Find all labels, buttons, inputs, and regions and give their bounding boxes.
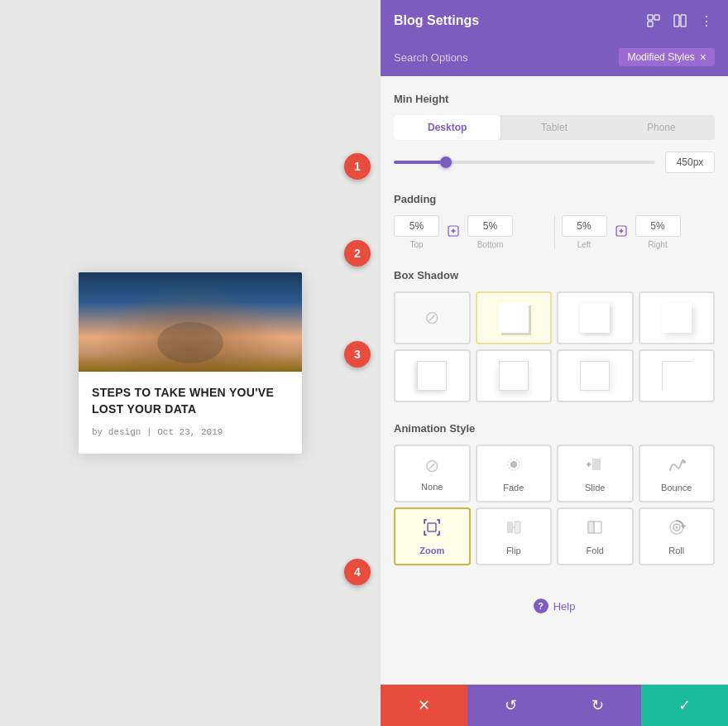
svg-rect-3 (674, 15, 679, 26)
svg-rect-0 (648, 15, 653, 20)
settings-panel: Blog Settings ⋮ Search Options Modified (381, 0, 728, 726)
shadow-none-icon: ⊘ (424, 307, 439, 329)
save-button[interactable]: ✓ (641, 685, 728, 726)
shadow-box-5 (499, 361, 529, 391)
padding-right-label: Right (648, 240, 667, 249)
padding-link-left-icon[interactable] (444, 225, 462, 239)
anim-option-zoom[interactable]: Zoom (394, 507, 471, 565)
min-height-value[interactable]: 450px (665, 151, 715, 173)
padding-right-group: 5% Left 5% Right (562, 215, 716, 249)
expand-icon[interactable] (645, 12, 662, 29)
badge-close-icon[interactable]: × (700, 51, 706, 63)
panel-footer: ✕ ↺ ↻ ✓ (381, 685, 728, 726)
padding-row: 5% Top 5% Bottom (394, 215, 715, 249)
shadow-box-2 (580, 303, 610, 333)
redo-button[interactable]: ↻ (554, 685, 641, 726)
step-badge-4: 4 (344, 559, 371, 585)
padding-right-cell: 5% Right (635, 215, 681, 249)
shadow-box-7 (662, 361, 692, 391)
anim-option-roll[interactable]: Roll (639, 507, 716, 565)
search-bar: Search Options Modified Styles × (381, 41, 728, 76)
panel-header-icons: ⋮ (645, 12, 715, 29)
shadow-grid: ⊘ (394, 291, 715, 402)
anim-option-fold[interactable]: Fold (557, 507, 634, 565)
bounce-icon (668, 455, 686, 478)
none-icon: ⊘ (424, 455, 439, 477)
anim-option-bounce[interactable]: Bounce (639, 445, 716, 502)
padding-left-value[interactable]: 5% (562, 215, 607, 237)
anim-option-none[interactable]: ⊘ None (394, 445, 471, 502)
tab-tablet[interactable]: Tablet (500, 115, 607, 140)
cancel-button[interactable]: ✕ (381, 685, 467, 726)
undo-button[interactable]: ↺ (467, 685, 554, 726)
tab-desktop[interactable]: Desktop (394, 115, 500, 140)
svg-rect-10 (592, 459, 601, 470)
padding-top-cell: 5% Top (394, 215, 439, 249)
step-badge-1: 1 (344, 153, 371, 180)
blog-card-body: STEPS TO TAKE WHEN YOU'VE LOST YOUR DATA… (79, 372, 302, 454)
slider-fill (394, 161, 446, 164)
blog-card: STEPS TO TAKE WHEN YOU'VE LOST YOUR DATA… (79, 272, 302, 454)
svg-point-11 (682, 460, 686, 464)
shadow-option-1[interactable] (476, 291, 553, 344)
svg-rect-12 (428, 523, 436, 531)
min-height-label: Min Height (394, 93, 715, 105)
panel-content[interactable]: Min Height Desktop Tablet Phone 450px Pa… (381, 76, 728, 685)
shadow-option-3[interactable] (639, 291, 716, 344)
padding-link-right-icon[interactable] (612, 225, 630, 239)
shadow-option-4[interactable] (394, 349, 471, 402)
anim-option-slide[interactable]: Slide (557, 445, 634, 502)
shadow-box-1 (499, 303, 529, 333)
anim-option-fade[interactable]: Fade (476, 445, 553, 502)
help-icon: ? (534, 599, 548, 613)
search-input[interactable]: Search Options (394, 51, 619, 64)
shadow-option-2[interactable] (557, 291, 634, 344)
padding-right-value[interactable]: 5% (635, 215, 681, 237)
min-height-slider[interactable] (394, 161, 655, 164)
slide-icon (586, 455, 604, 478)
svg-rect-16 (588, 522, 594, 533)
box-shadow-label: Box Shadow (394, 269, 715, 281)
padding-label: Padding (394, 193, 715, 205)
min-height-slider-row: 450px (394, 151, 715, 173)
anim-option-flip[interactable]: Flip (476, 507, 553, 565)
none-label: None (421, 482, 443, 492)
shadow-option-5[interactable] (476, 349, 553, 402)
fold-icon (586, 518, 604, 541)
slider-thumb[interactable] (440, 156, 452, 168)
padding-left-cell: 5% Left (562, 215, 607, 249)
zoom-label: Zoom (419, 546, 444, 555)
more-icon[interactable]: ⋮ (698, 12, 715, 29)
roll-icon (668, 518, 686, 541)
padding-bottom-cell: 5% Bottom (467, 215, 513, 249)
svg-rect-14 (515, 522, 520, 533)
svg-rect-13 (507, 522, 513, 533)
fade-label: Fade (503, 483, 524, 493)
help-row[interactable]: ? Help (394, 585, 715, 627)
shadow-box-4 (417, 361, 447, 391)
shadow-option-none[interactable]: ⊘ (394, 291, 471, 344)
flip-label: Flip (506, 546, 521, 555)
preview-area: STEPS TO TAKE WHEN YOU'VE LOST YOUR DATA… (0, 0, 381, 726)
shadow-option-6[interactable] (557, 349, 634, 402)
padding-top-value[interactable]: 5% (394, 215, 439, 237)
shadow-box-3 (662, 303, 692, 333)
padding-bottom-value[interactable]: 5% (467, 215, 513, 237)
blog-card-image (79, 272, 302, 372)
padding-divider (554, 216, 555, 249)
columns-icon[interactable] (672, 12, 688, 29)
modified-styles-badge[interactable]: Modified Styles × (619, 48, 715, 66)
blog-card-title: STEPS TO TAKE WHEN YOU'VE LOST YOUR DATA (92, 385, 289, 417)
padding-bottom-label: Bottom (477, 240, 504, 249)
svg-rect-2 (648, 22, 653, 26)
padding-top-label: Top (410, 240, 423, 249)
shadow-option-7[interactable] (639, 349, 716, 402)
svg-rect-4 (681, 15, 686, 26)
svg-point-20 (675, 526, 678, 528)
tab-phone[interactable]: Phone (608, 115, 715, 140)
help-label: Help (553, 600, 576, 613)
panel-header: Blog Settings ⋮ (381, 0, 728, 41)
blog-card-meta: by design | Oct 23, 2019 (92, 426, 289, 440)
padding-section: Padding 5% Top 5% Bottom (394, 193, 715, 249)
step-badge-2: 2 (344, 240, 371, 267)
